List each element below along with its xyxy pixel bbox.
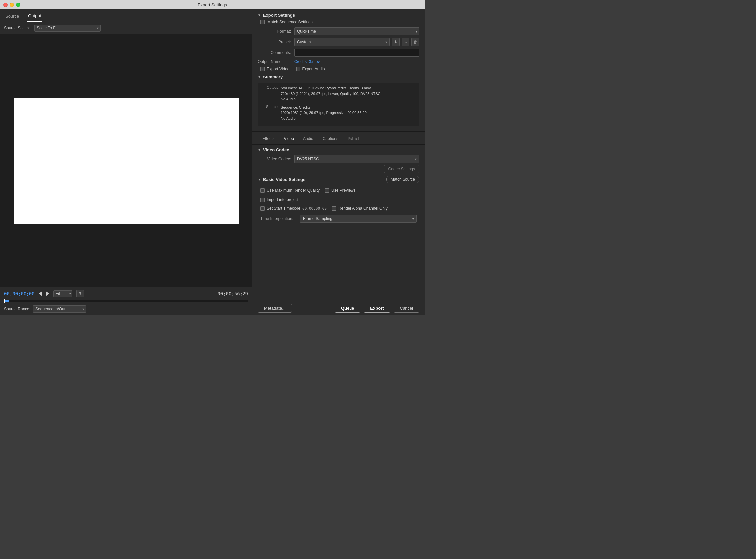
basic-video-header: ▼ Basic Video Settings Match Source: [258, 176, 419, 183]
basic-video-section: ▼ Basic Video Settings Match Source Use …: [252, 176, 425, 225]
left-tabs-row: Source Output: [0, 9, 252, 22]
cancel-button[interactable]: Cancel: [394, 304, 419, 313]
scrubber-bar[interactable]: [4, 300, 248, 302]
export-video-item: Export Video: [260, 67, 290, 71]
summary-title: Summary: [263, 74, 283, 80]
summary-source-value: Sequence, Credits1920x1080 (1.0), 29.97 …: [281, 105, 367, 121]
collapse-arrow[interactable]: ▼: [258, 13, 261, 17]
delete-preset-button[interactable]: 🗑: [412, 38, 419, 46]
codec-settings-button[interactable]: Codec Settings: [384, 165, 419, 173]
preset-select[interactable]: Custom Match Source - High bitrate Match…: [294, 38, 390, 46]
summary-collapse-arrow[interactable]: ▼: [258, 75, 261, 79]
set-start-timecode-label: Set Start Timecode: [267, 206, 301, 210]
match-sequence-row: Match Sequence Settings: [258, 20, 419, 24]
export-audio-checkbox[interactable]: [296, 67, 301, 71]
close-button[interactable]: [3, 3, 8, 7]
metadata-button[interactable]: Metadata...: [258, 304, 292, 313]
match-source-button[interactable]: Match Source: [386, 176, 419, 183]
match-sequence-checkbox[interactable]: [260, 20, 265, 24]
set-start-timecode-value: 00;00;00;00: [303, 206, 327, 210]
export-video-label: Export Video: [267, 67, 290, 71]
window-controls: [3, 3, 20, 7]
use-previews-checkbox[interactable]: [325, 188, 329, 193]
left-panel: Source Output Source Scaling: Scale To F…: [0, 9, 252, 315]
render-alpha-checkbox[interactable]: [332, 206, 336, 210]
time-interpolation-select-wrapper: Frame Sampling Frame Blending Optical Fl…: [300, 215, 417, 223]
import-into-project-checkbox[interactable]: [260, 198, 265, 202]
summary-section: Output: /Volumes/LACIE 2 TB/Nina Ryan/Cr…: [258, 83, 419, 126]
export-button[interactable]: Export: [364, 304, 390, 313]
summary-source-key: Source:: [260, 105, 279, 121]
right-tabs-row: Effects Video Audio Captions Publish: [252, 134, 425, 145]
bottom-buttons-right: Queue Export Cancel: [335, 304, 419, 313]
source-range-label: Source Range:: [4, 307, 30, 311]
export-settings-header: ▼ Export Settings: [252, 9, 425, 20]
source-scaling-select[interactable]: Scale To Fit Scale To Fill Stretch To Fi…: [35, 24, 101, 32]
bottom-bar: Metadata... Queue Export Cancel: [252, 301, 425, 315]
summary-source-item: Source: Sequence, Credits1920x1080 (1.0)…: [260, 105, 417, 121]
divider-1: [252, 132, 425, 132]
max-render-quality-checkbox[interactable]: [260, 188, 265, 193]
comments-control: [294, 49, 419, 57]
tab-source[interactable]: Source: [4, 12, 20, 21]
time-interpolation-label: Time Interpolation:: [260, 216, 300, 221]
render-alpha-item: Render Alpha Channel Only: [332, 206, 387, 210]
fit-select-wrapper: Fit 25% 50% 75% 100%: [53, 290, 72, 297]
timecode-end: 00;00;56;29: [217, 291, 248, 296]
summary-header-row: ▼ Summary: [252, 74, 425, 82]
scrubber-row: [0, 300, 252, 303]
codec-select[interactable]: DV25 NTSC DV25 PAL DV50 NTSC DV50 PAL DV…: [294, 155, 419, 163]
summary-output-item: Output: /Volumes/LACIE 2 TB/Nina Ryan/Cr…: [260, 85, 417, 102]
export-video-checkbox[interactable]: [260, 67, 265, 71]
render-alpha-label: Render Alpha Channel Only: [338, 206, 387, 210]
window-title: Export Settings: [198, 2, 227, 7]
match-sequence-label: Match Sequence Settings: [267, 20, 313, 24]
tab-video[interactable]: Video: [279, 134, 298, 144]
save-preset-button[interactable]: ⬇: [392, 38, 400, 46]
import-preset-button[interactable]: ⇅: [402, 38, 409, 46]
basic-video-collapse-arrow[interactable]: ▼: [258, 178, 261, 181]
fullscreen-button[interactable]: ⊞: [76, 290, 84, 297]
preset-select-wrapper: Custom Match Source - High bitrate Match…: [294, 38, 390, 46]
basic-video-section-title: Basic Video Settings: [263, 177, 306, 182]
fit-select[interactable]: Fit 25% 50% 75% 100%: [53, 290, 72, 297]
spacer: [252, 228, 425, 301]
tab-audio[interactable]: Audio: [298, 134, 318, 144]
set-start-timecode-checkbox[interactable]: [260, 206, 265, 210]
maximize-button[interactable]: [16, 3, 20, 7]
export-settings-section: Match Sequence Settings Format: QuickTim…: [252, 20, 425, 74]
tab-output[interactable]: Output: [27, 11, 42, 22]
export-settings-title: Export Settings: [263, 13, 295, 18]
source-range-select[interactable]: Sequence In/Out Work Area Entire Sequenc…: [33, 305, 86, 313]
title-bar: Export Settings: [0, 0, 425, 9]
time-interpolation-row: Time Interpolation: Frame Sampling Frame…: [258, 213, 419, 224]
tab-effects[interactable]: Effects: [258, 134, 279, 144]
source-scaling-label: Source Scaling:: [4, 26, 32, 30]
codec-collapse-arrow[interactable]: ▼: [258, 148, 261, 152]
export-audio-item: Export Audio: [296, 67, 325, 71]
tab-publish[interactable]: Publish: [343, 134, 365, 144]
format-select[interactable]: QuickTime H.264 HEVC DNxHD MPEG2: [294, 27, 419, 36]
preview-canvas: [14, 98, 239, 224]
summary-collapse-row: ▼ Summary: [258, 74, 419, 80]
queue-button[interactable]: Queue: [335, 304, 360, 313]
source-range-row: Source Range: Sequence In/Out Work Area …: [0, 303, 252, 315]
output-name-label: Output Name:: [258, 59, 294, 64]
codec-section-title: Video Codec: [263, 148, 289, 152]
next-frame-button[interactable]: [46, 291, 49, 296]
output-name-link[interactable]: Credits_3.mov: [294, 59, 320, 64]
codec-row: Video Codec: DV25 NTSC DV25 PAL DV50 NTS…: [258, 155, 419, 163]
prev-frame-button[interactable]: [39, 291, 42, 296]
scrubber-handle[interactable]: [4, 299, 5, 303]
minimize-button[interactable]: [9, 3, 14, 7]
basic-video-title: ▼ Basic Video Settings: [258, 177, 306, 182]
preview-area: [0, 35, 252, 287]
codec-section: ▼ Video Codec Video Codec: DV25 NTSC DV2…: [252, 148, 425, 173]
comments-label: Comments:: [258, 50, 291, 55]
import-row: Import into project: [258, 196, 419, 203]
main-content: Source Output Source Scaling: Scale To F…: [0, 9, 425, 315]
tab-captions[interactable]: Captions: [318, 134, 343, 144]
time-interpolation-select[interactable]: Frame Sampling Frame Blending Optical Fl…: [300, 215, 417, 223]
preset-row: Preset: Custom Match Source - High bitra…: [258, 38, 419, 46]
comments-input[interactable]: [294, 49, 419, 57]
